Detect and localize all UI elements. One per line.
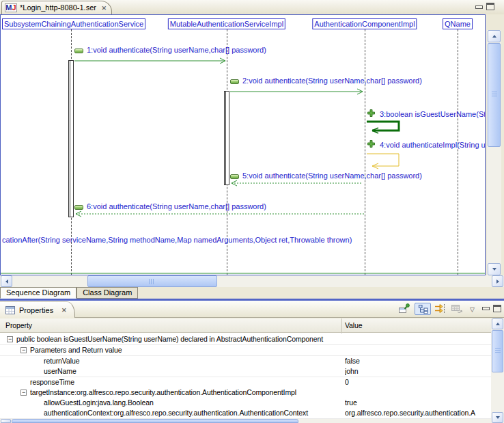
property-row-targetinstance[interactable]: − targetInstance:org.alfresco.repo.secur… [0, 387, 491, 398]
left-arrow-icon [5, 279, 8, 284]
scroll-left-button[interactable] [1, 275, 12, 287]
message-3-self-loop-selected[interactable] [367, 122, 399, 131]
column-divider[interactable] [341, 318, 342, 332]
message-3-label[interactable]: 3:boolean isGuestUserName(Strin [380, 110, 486, 119]
thumb-grip [495, 348, 501, 354]
logo-letter-m: M [5, 3, 12, 12]
diagram-horizontal-scrollbar[interactable] [0, 275, 504, 287]
close-editor-tab-icon[interactable]: ✕ [101, 5, 107, 12]
property-row-allowguestlogin[interactable]: allowGuestLogin:java.lang.Boolean true [0, 398, 491, 409]
horizontal-scroll-thumb[interactable] [87, 275, 217, 287]
properties-view-tab[interactable]: Properties ✕ [0, 301, 75, 318]
message-6-label[interactable]: 6:void authenticate(String userName,char… [87, 202, 266, 211]
diagram-vertical-scrollbar[interactable] [487, 30, 501, 275]
collapse-toggle[interactable]: − [20, 390, 27, 396]
editor-tab-title: *Login_http-8080-1.ser [20, 3, 96, 12]
properties-table-icon [5, 306, 15, 314]
method-call-icon [74, 49, 83, 53]
right-arrow-icon [496, 279, 499, 284]
property-row-returnvalue[interactable]: returnValue false [0, 356, 491, 367]
minimize-editor-icon[interactable] [475, 5, 483, 9]
method-call-icon [230, 79, 239, 84]
property-name: allowGuestLogin:java.lang.Boolean [44, 398, 340, 408]
scroll-up-button[interactable] [492, 318, 503, 329]
properties-column-header: Property Value [0, 318, 491, 333]
properties-table: − public boolean isGuestUserName(String … [0, 333, 491, 419]
thumb-grip [492, 92, 497, 98]
property-name: responseTime [30, 377, 340, 387]
property-name: userName [44, 366, 340, 377]
property-name: public boolean isGuestUserName(String us… [16, 334, 340, 344]
properties-horizontal-scrollbar[interactable] [0, 419, 491, 423]
scroll-left-button[interactable] [1, 419, 11, 423]
show-advanced-properties-icon[interactable] [434, 303, 448, 315]
tab-class-diagram[interactable]: Class Diagram [76, 287, 138, 299]
property-row-username[interactable]: userName john [0, 366, 491, 377]
message-2-label[interactable]: 2:void authenticate(String userName,char… [242, 77, 422, 85]
up-arrow-icon [492, 35, 496, 38]
down-arrow-icon [496, 416, 500, 419]
properties-title-bar: Properties ✕ [0, 301, 504, 318]
collapse-toggle[interactable]: − [20, 347, 27, 353]
expand-call-icon[interactable] [367, 140, 375, 148]
view-menu-icon[interactable]: ▽ [470, 306, 475, 313]
editor-tab[interactable]: MJ *Login_http-8080-1.ser ✕ [1, 1, 112, 14]
method-return-icon [230, 174, 239, 179]
property-row-responsetime[interactable]: responseTime 0 [0, 377, 491, 388]
column-header-property[interactable]: Property [5, 318, 32, 332]
down-arrow-icon [492, 268, 496, 271]
vertical-scroll-thumb[interactable] [492, 330, 503, 372]
minimize-view-icon[interactable] [482, 307, 490, 310]
message-1-label[interactable]: 1:void authenticate(String userName,char… [87, 46, 266, 55]
method-return-icon [74, 205, 83, 210]
scroll-right-button[interactable] [492, 275, 503, 287]
property-value: 0 [345, 377, 490, 387]
property-name: returnValue [44, 356, 340, 366]
message-5-label[interactable]: 5:void authenticate(String userName,char… [242, 172, 422, 180]
column-header-value[interactable]: Value [345, 318, 363, 332]
tree-mode-icon[interactable] [415, 303, 431, 315]
thumb-grip [149, 279, 155, 284]
logo-letter-j: J [12, 3, 16, 12]
property-value: john [345, 366, 490, 377]
scroll-down-button[interactable] [488, 263, 501, 275]
restore-default-value-icon[interactable] [451, 303, 464, 315]
maximize-editor-icon[interactable] [486, 3, 494, 10]
property-row-isguestusername[interactable]: − public boolean isGuestUserName(String … [0, 334, 491, 345]
properties-view-title: Properties [19, 306, 53, 314]
up-arrow-icon [496, 323, 500, 325]
property-name: Parameters and Return value [30, 345, 340, 355]
maintainj-workbench: MJ *Login_http-8080-1.ser ✕ SubsystemCha… [0, 0, 504, 423]
sequence-diagram-canvas: SubsystemChainingAuthenticationService M… [0, 14, 486, 275]
properties-vertical-scrollbar[interactable] [491, 318, 504, 423]
message-4-self-loop[interactable] [367, 154, 399, 166]
scroll-up-button[interactable] [488, 30, 501, 42]
vertical-scroll-thumb[interactable] [488, 43, 501, 147]
clipped-method-label[interactable]: cationAfter(String serviceName,String me… [2, 236, 352, 245]
property-row-parameters[interactable]: − Parameters and Return value [0, 345, 491, 356]
expand-call-icon[interactable] [367, 109, 375, 117]
close-properties-view-icon[interactable]: ✕ [61, 307, 66, 314]
property-row-authenticationcontext[interactable]: authenticationContext:org.alfresco.repo.… [0, 408, 491, 419]
horizontal-scroll-thumb[interactable] [12, 419, 298, 423]
editor-tab-bar: MJ *Login_http-8080-1.ser ✕ [0, 0, 504, 14]
properties-view: Properties ✕ [0, 301, 504, 423]
tab-sequence-diagram[interactable]: Sequence Diagram [0, 287, 76, 299]
property-name: authenticationContext:org.alfresco.repo.… [44, 408, 340, 418]
pin-view-icon[interactable] [398, 303, 412, 315]
scroll-down-button[interactable] [492, 412, 503, 423]
maintainj-logo-icon: MJ [5, 3, 17, 12]
message-4-label[interactable]: 4:void authenticateImpl(String us [380, 141, 486, 150]
diagram-view-tabs: Sequence Diagram Class Diagram [0, 287, 504, 299]
message-2-line[interactable] [230, 89, 363, 94]
property-value: org.alfresco.repo.security.authenticatio… [345, 408, 490, 418]
property-name: targetInstance:org.alfresco.repo.securit… [30, 387, 340, 398]
collapse-toggle[interactable]: − [7, 336, 13, 342]
maximize-view-icon[interactable] [493, 305, 501, 312]
property-value: false [345, 356, 490, 366]
property-value: true [345, 398, 490, 408]
message-1-line[interactable] [74, 58, 225, 64]
